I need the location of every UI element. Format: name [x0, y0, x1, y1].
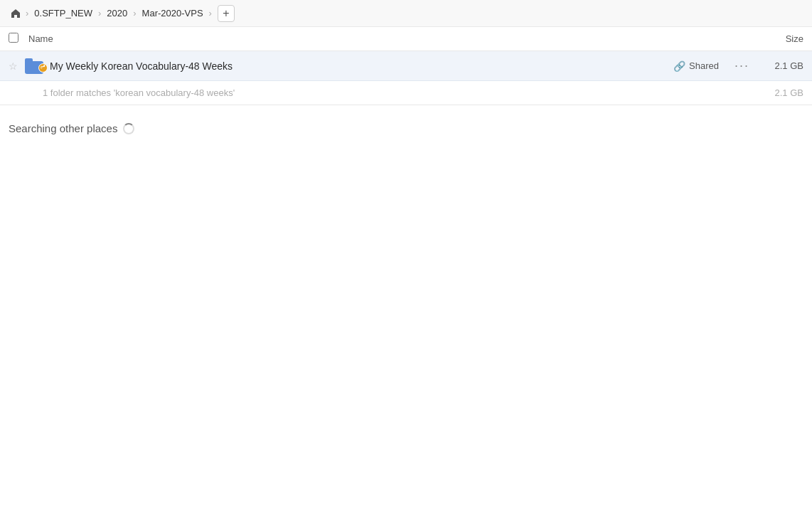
loading-spinner	[123, 123, 134, 134]
more-options-button[interactable]: ···	[730, 58, 754, 73]
match-info-text: 1 folder matches 'korean vocabulary-48 w…	[43, 87, 754, 98]
shared-label: Shared	[689, 60, 719, 71]
breadcrumb-bar: › 0.SFTP_NEW › 2020 › Mar-2020-VPS › +	[0, 0, 812, 27]
match-info-row: 1 folder matches 'korean vocabulary-48 w…	[0, 81, 812, 105]
shared-indicator: 🔗 Shared	[673, 60, 719, 72]
match-info-size: 2.1 GB	[754, 87, 803, 98]
header-checkbox-cell[interactable]	[9, 33, 28, 45]
column-header: Name Size	[0, 27, 812, 51]
folder-icon	[25, 58, 45, 74]
star-icon[interactable]: ☆	[9, 60, 24, 72]
home-button[interactable]	[9, 6, 23, 21]
column-size-header: Size	[747, 33, 803, 44]
breadcrumb-sep-2: ›	[98, 8, 101, 18]
folder-share-badge	[38, 63, 48, 73]
breadcrumb-sep-3: ›	[133, 8, 136, 18]
folder-icon-container	[24, 58, 46, 74]
breadcrumb-sep-4: ›	[209, 8, 212, 18]
searching-section: Searching other places	[0, 105, 812, 143]
link-icon: 🔗	[673, 60, 685, 72]
searching-title: Searching other places	[9, 122, 803, 134]
file-row[interactable]: ☆ My Weekly Korean Vocabulary-48 Weeks 🔗…	[0, 51, 812, 81]
select-all-checkbox[interactable]	[9, 33, 18, 43]
breadcrumb: › 0.SFTP_NEW › 2020 › Mar-2020-VPS › +	[9, 5, 235, 22]
column-name-header: Name	[28, 33, 747, 44]
add-breadcrumb-button[interactable]: +	[218, 5, 235, 22]
searching-title-text: Searching other places	[9, 122, 117, 134]
breadcrumb-item-1[interactable]: 0.SFTP_NEW	[31, 6, 95, 20]
breadcrumb-item-2[interactable]: 2020	[104, 6, 130, 20]
file-size: 2.1 GB	[754, 60, 803, 71]
file-name[interactable]: My Weekly Korean Vocabulary-48 Weeks	[50, 60, 673, 72]
breadcrumb-item-3[interactable]: Mar-2020-VPS	[139, 6, 206, 20]
breadcrumb-sep-1: ›	[26, 8, 28, 18]
